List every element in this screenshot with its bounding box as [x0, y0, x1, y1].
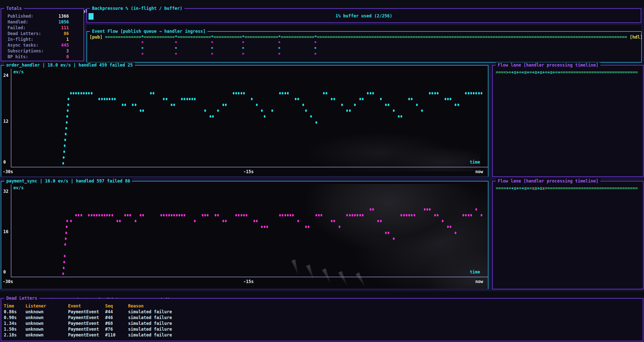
data-point: [339, 226, 340, 228]
background-artwork: [228, 184, 488, 289]
data-point: [370, 208, 371, 211]
data-point: [88, 214, 90, 216]
data-point: [370, 92, 371, 95]
data-point: [101, 214, 103, 216]
dead-letter-cell: #110: [105, 332, 115, 338]
data-point: [176, 214, 178, 216]
data-point: [70, 92, 72, 95]
totals-row: In-flight:1: [1, 37, 83, 42]
data-point: [204, 214, 206, 216]
data-point: [235, 92, 237, 95]
data-point: [377, 220, 379, 222]
event-flow-star-row: * * * * * *: [90, 40, 317, 46]
data-point: [437, 92, 438, 95]
dead-letter-cell: 0.90s: [4, 315, 17, 321]
data-point: [341, 104, 343, 106]
column-header: Seq: [105, 303, 113, 309]
data-point: [380, 220, 382, 222]
dead-letter-cell: simulated failure: [128, 315, 172, 321]
data-point: [65, 232, 67, 234]
data-point: [235, 214, 237, 216]
flow-lane-timeline: ====>=+≡+=+≡+=+≡+≡+=+≡+=+===============…: [496, 70, 638, 75]
dead-letter-row: 0.86sunknownPaymentEvent#44simulated fai…: [1, 309, 643, 315]
data-point: [70, 220, 72, 222]
data-point: [173, 214, 175, 216]
data-point: [289, 214, 291, 216]
totals-title: Totals: [4, 6, 24, 11]
data-point: [210, 115, 211, 118]
data-point: [437, 214, 438, 216]
x-tick: -30s: [3, 279, 13, 285]
data-point: [424, 208, 426, 211]
time-label: time: [470, 159, 480, 165]
column-header: Reason: [128, 303, 143, 309]
data-point: [241, 92, 242, 95]
data-point: [359, 98, 361, 100]
data-point: [233, 92, 235, 95]
data-point: [408, 214, 410, 216]
x-tick: -15s: [243, 169, 254, 175]
data-point: [63, 261, 65, 263]
data-point: [225, 220, 227, 222]
y-tick: 32: [3, 189, 10, 194]
data-point: [380, 98, 382, 100]
dead-letter-cell: simulated failure: [128, 309, 172, 315]
column-header: Event: [68, 303, 81, 309]
column-header: Time: [4, 303, 14, 309]
data-point: [109, 98, 110, 100]
data-point: [462, 214, 464, 216]
y-tick: 0: [3, 159, 10, 165]
data-point: [111, 214, 113, 216]
data-point: [78, 214, 79, 216]
dead-letter-row: 1.50sunknownPaymentEvent#76simulated fai…: [1, 326, 643, 332]
legend-strip: Legend: ev/s (0.5s samples) > in-flight …: [0, 291, 644, 297]
data-point: [243, 92, 245, 95]
x-tick: now: [475, 169, 483, 175]
dead-letter-cell: #44: [105, 309, 113, 315]
time-label: time: [470, 269, 480, 275]
data-point: [287, 92, 289, 95]
data-point: [385, 232, 387, 234]
data-point: [470, 214, 472, 216]
data-point: [184, 214, 185, 216]
data-point: [318, 214, 320, 216]
data-point: [352, 214, 353, 216]
data-point: [65, 237, 67, 240]
data-point: [372, 92, 374, 95]
data-point: [297, 220, 299, 222]
data-point: [447, 98, 449, 100]
data-point: [168, 214, 170, 216]
data-point: [191, 98, 193, 100]
data-point: [106, 214, 108, 216]
dead-letter-cell: unknown: [25, 332, 44, 338]
data-point: [166, 214, 167, 216]
totals-row: Handled:1056: [1, 19, 83, 25]
data-point: [372, 208, 374, 211]
data-point: [414, 214, 415, 216]
data-point: [101, 98, 103, 100]
order-handler-chart-panel: order_handler | 18.0 ev/s | handled 459 …: [1, 65, 488, 177]
data-point: [331, 220, 333, 222]
totals-row: Async tasks:445: [1, 42, 83, 48]
x-tick: -30s: [3, 169, 13, 175]
data-point: [261, 226, 263, 228]
data-point: [331, 98, 333, 100]
data-point: [475, 208, 477, 211]
data-point: [287, 214, 289, 216]
data-point: [481, 214, 482, 216]
data-point: [153, 92, 154, 95]
data-point: [455, 104, 456, 106]
data-point: [431, 92, 433, 95]
data-point: [68, 98, 69, 100]
data-point: [225, 104, 227, 106]
data-point: [179, 214, 180, 216]
data-point: [434, 214, 436, 216]
data-point: [315, 214, 317, 216]
data-point: [271, 109, 273, 112]
y-unit-label: ev/s: [13, 69, 24, 75]
artwork-detail: [338, 271, 349, 287]
data-point: [66, 220, 68, 222]
data-point: [481, 92, 482, 95]
data-point: [238, 92, 240, 95]
dead-letter-cell: PaymentEvent: [68, 332, 99, 338]
